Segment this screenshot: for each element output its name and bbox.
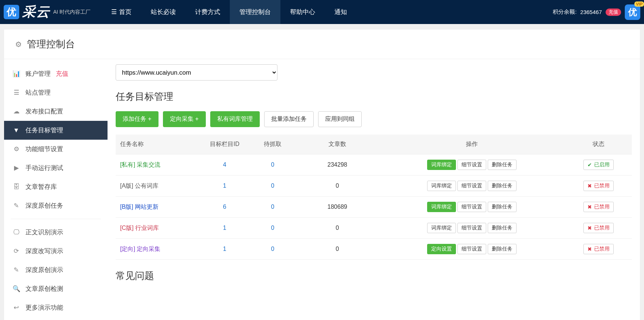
sidebar-item-11[interactable]: ✎深度原创演示 <box>4 261 108 279</box>
sidebar-label: 手动运行测试 <box>25 164 63 172</box>
nav-item-5[interactable]: 通知 <box>325 0 357 24</box>
sidebar-item-9[interactable]: 🖵正文识别演示 <box>4 223 108 242</box>
status-badge[interactable]: ✖已禁用 <box>583 223 614 233</box>
bind-dict-button[interactable]: 词库绑定 <box>427 223 456 233</box>
status-label: 已启用 <box>594 161 610 168</box>
task-table: 任务名称 目标栏目ID 待抓取 文章数 操作 状态 [私有] 采集交流40234… <box>116 135 632 260</box>
sidebar-item-1[interactable]: ☰站点管理 <box>4 83 108 102</box>
points-label: 积分余额: <box>553 8 576 16</box>
logo-text: 采云 <box>22 3 50 21</box>
add-task-button[interactable]: 添加任务 + <box>116 111 159 127</box>
sidebar-item-12[interactable]: 🔍文章原创检测 <box>4 279 108 298</box>
sidebar-item-0[interactable]: 📊账户管理 充值 <box>4 64 108 83</box>
delete-task-button[interactable]: 删除任务 <box>488 181 517 191</box>
directed-collect-button[interactable]: 定向采集 + <box>163 111 206 127</box>
apply-group-button[interactable]: 应用到同组 <box>318 111 362 127</box>
table-row: [B版] 网站更新60180689词库绑定细节设置删除任务✖已禁用 <box>116 197 632 218</box>
nav-item-3[interactable]: 管理控制台 <box>230 0 280 24</box>
cell-pending[interactable]: 0 <box>249 154 297 176</box>
cell-colId[interactable]: 1 <box>201 239 249 260</box>
cell-ops: 词库绑定细节设置删除任务 <box>378 197 565 218</box>
task-tag: [定向] <box>120 246 137 252</box>
avatar-wrap[interactable]: 优 VIP <box>625 4 640 20</box>
cell-status: ✖已禁用 <box>565 197 632 218</box>
share-icon: ↩ <box>12 304 20 312</box>
status-badge[interactable]: ✖已禁用 <box>583 244 614 254</box>
batch-add-button[interactable]: 批量添加任务 <box>264 111 314 127</box>
status-label: 已禁用 <box>594 204 610 210</box>
points-value: 2365467 <box>580 9 602 15</box>
detail-settings-button[interactable]: 细节设置 <box>457 223 486 233</box>
sidebar-label: 正文识别演示 <box>25 228 63 236</box>
task-name[interactable]: 定向采集 <box>137 246 160 252</box>
sidebar-item-4[interactable]: ⚙功能细节设置 <box>4 140 108 159</box>
sidebar-item-7[interactable]: ✎深度原创任务 <box>4 196 108 215</box>
sidebar-label: 发布接口配置 <box>25 107 63 116</box>
sidebar-item-2[interactable]: ☁发布接口配置 <box>4 102 108 121</box>
bind-dict-button[interactable]: 词库绑定 <box>427 160 456 170</box>
delete-task-button[interactable]: 删除任务 <box>488 223 517 233</box>
dict-manage-button[interactable]: 私有词库管理 <box>210 111 260 127</box>
task-tag: [B版] <box>120 204 135 210</box>
bind-dict-button[interactable]: 词库绑定 <box>427 181 456 191</box>
cell-ops: 词库绑定细节设置删除任务 <box>378 176 565 197</box>
status-label: 已禁用 <box>594 246 610 252</box>
nav-item-0[interactable]: ☰首页 <box>102 0 141 24</box>
cell-articles: 0 <box>297 239 378 260</box>
sidebar-item-13[interactable]: ↩更多演示功能 <box>4 298 108 317</box>
sidebar-item-3[interactable]: ▼任务目标管理 <box>4 121 108 140</box>
sidebar-label: 深度改写演示 <box>25 247 63 255</box>
sidebar: 📊账户管理 充值☰站点管理☁发布接口配置▼任务目标管理⚙功能细节设置▶手动运行测… <box>4 59 108 320</box>
top-right: 积分余额: 2365467 充值 优 VIP <box>553 4 640 20</box>
directed-settings-button[interactable]: 定向设置 <box>427 244 456 254</box>
nav-item-2[interactable]: 计费方式 <box>185 0 230 24</box>
delete-task-button[interactable]: 删除任务 <box>488 244 517 254</box>
sidebar-label: 深度原创演示 <box>25 266 63 274</box>
bind-dict-button[interactable]: 词库绑定 <box>427 202 456 212</box>
nav-item-4[interactable]: 帮助中心 <box>280 0 325 24</box>
logo[interactable]: 优 采云 AI 时代内容工厂 <box>4 3 91 21</box>
recharge-pill[interactable]: 充值 <box>606 8 621 16</box>
task-name[interactable]: 行业词库 <box>135 225 159 231</box>
detail-settings-button[interactable]: 细节设置 <box>457 160 486 170</box>
task-name[interactable]: 采集交流 <box>137 161 160 168</box>
list-icon: ☰ <box>12 89 20 96</box>
page: ⚙ 管理控制台 📊账户管理 充值☰站点管理☁发布接口配置▼任务目标管理⚙功能细节… <box>4 29 640 320</box>
cell-pending[interactable]: 0 <box>249 176 297 197</box>
cell-articles: 180689 <box>297 197 378 218</box>
db-icon: 🗄 <box>12 183 20 191</box>
delete-task-button[interactable]: 删除任务 <box>488 202 517 212</box>
task-name[interactable]: 公有词库 <box>135 183 159 189</box>
task-name[interactable]: 网站更新 <box>135 204 159 210</box>
sidebar-divider <box>11 219 101 219</box>
detail-settings-button[interactable]: 细节设置 <box>457 202 486 212</box>
cell-articles: 0 <box>297 218 378 239</box>
cell-colId[interactable]: 1 <box>201 176 249 197</box>
sidebar-item-6[interactable]: 🗄文章暂存库 <box>4 177 108 196</box>
col-pending: 待抓取 <box>249 135 297 154</box>
page-title: 管理控制台 <box>27 38 75 51</box>
gear-icon: ⚙ <box>15 40 22 49</box>
cell-colId[interactable]: 6 <box>201 197 249 218</box>
sidebar-item-5[interactable]: ▶手动运行测试 <box>4 159 108 177</box>
x-icon: ✖ <box>587 225 592 231</box>
status-badge[interactable]: ✔已启用 <box>583 160 614 170</box>
cell-colId[interactable]: 4 <box>201 154 249 176</box>
cell-pending[interactable]: 0 <box>249 239 297 260</box>
sidebar-recharge-link[interactable]: 充值 <box>56 69 68 78</box>
nav-item-1[interactable]: 站长必读 <box>141 0 185 24</box>
cell-status: ✖已禁用 <box>565 218 632 239</box>
site-select[interactable]: https://www.ucaiyun.com <box>116 64 277 81</box>
nav-label: 首页 <box>119 8 132 16</box>
cell-colId[interactable]: 1 <box>201 218 249 239</box>
status-badge[interactable]: ✖已禁用 <box>583 181 614 191</box>
cell-pending[interactable]: 0 <box>249 218 297 239</box>
status-badge[interactable]: ✖已禁用 <box>583 202 614 212</box>
sidebar-label: 站点管理 <box>25 88 51 97</box>
detail-settings-button[interactable]: 细节设置 <box>457 244 486 254</box>
sidebar-item-10[interactable]: ⟳深度改写演示 <box>4 242 108 261</box>
cell-pending[interactable]: 0 <box>249 197 297 218</box>
bar-icon: 📊 <box>12 70 20 78</box>
delete-task-button[interactable]: 删除任务 <box>488 160 517 170</box>
detail-settings-button[interactable]: 细节设置 <box>457 181 486 191</box>
